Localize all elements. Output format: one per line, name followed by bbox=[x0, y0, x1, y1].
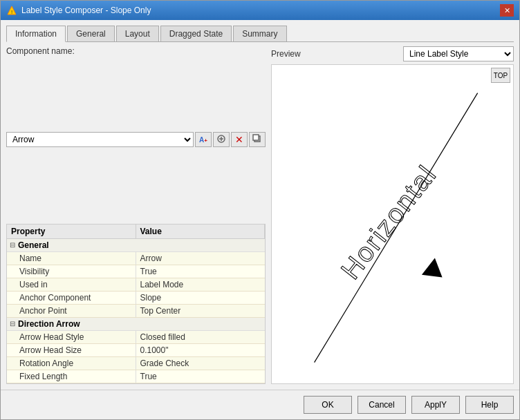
prop-name: Arrow Head Size bbox=[7, 344, 136, 356]
content-area: Information General Layout Dragged State… bbox=[1, 20, 519, 390]
table-row: Arrow Head Size 0.1000" bbox=[7, 344, 265, 357]
table-row: Anchor Component Slope bbox=[7, 292, 265, 305]
group-direction-arrow: ⊟ Direction Arrow Arrow Head Style Close… bbox=[7, 318, 265, 385]
prop-value[interactable]: True bbox=[136, 265, 266, 278]
svg-marker-9 bbox=[422, 258, 449, 286]
table-row: Visibility True bbox=[7, 265, 265, 278]
tab-general[interactable]: General bbox=[67, 26, 115, 41]
table-row: Anchor Point Top Center bbox=[7, 305, 265, 318]
preview-area: TOP Horizontal bbox=[271, 64, 514, 384]
expand-icon: ⊟ bbox=[10, 241, 15, 249]
add-icon: A+ bbox=[199, 136, 207, 144]
expand-icon: ⊟ bbox=[10, 320, 15, 327]
preview-header: Preview Line Label Style bbox=[271, 46, 514, 61]
prop-name: Name bbox=[7, 252, 136, 265]
group-direction-header[interactable]: ⊟ Direction Arrow bbox=[7, 318, 265, 331]
prop-value[interactable]: Top Center bbox=[136, 305, 266, 317]
table-row: Rotation Angle Grade Check bbox=[7, 357, 265, 370]
add-component-button[interactable]: A+ bbox=[195, 132, 212, 147]
prop-name: Anchor Component bbox=[7, 292, 136, 304]
property-table: Property Value ⊟ General Name Arrow bbox=[6, 224, 266, 385]
top-button[interactable]: TOP bbox=[491, 68, 510, 83]
close-button[interactable]: ✕ bbox=[500, 4, 514, 17]
prop-value[interactable]: Closed filled bbox=[136, 331, 266, 343]
bottom-bar: OK Cancel ApplY Help bbox=[1, 390, 519, 419]
title-bar-left: ! Label Style Composer - Slope Only bbox=[6, 5, 151, 16]
group-direction-label: Direction Arrow bbox=[18, 319, 80, 329]
component-name-row: Component name: bbox=[6, 46, 266, 56]
table-row: Length 0.3000" bbox=[7, 383, 265, 385]
component-select-wrap: Arrow A+ ✕ bbox=[6, 60, 266, 220]
prop-value[interactable]: 0.3000" bbox=[136, 383, 266, 385]
tab-bar: Information General Layout Dragged State… bbox=[6, 26, 514, 42]
prop-name: Fixed Length bbox=[7, 370, 136, 383]
main-area: Component name: Arrow A+ bbox=[6, 46, 514, 384]
preview-canvas: Horizontal bbox=[272, 65, 513, 383]
prop-name: Used in bbox=[7, 278, 136, 291]
table-row: Name Arrow bbox=[7, 252, 265, 265]
table-header: Property Value bbox=[7, 225, 265, 239]
main-window: ! Label Style Composer - Slope Only ✕ In… bbox=[0, 0, 520, 420]
tab-summary[interactable]: Summary bbox=[233, 26, 286, 41]
component-select[interactable]: Arrow bbox=[6, 132, 194, 147]
edit-icon bbox=[216, 134, 226, 145]
group-general: ⊟ General Name Arrow Visibility True U bbox=[7, 239, 265, 318]
component-name-label: Component name: bbox=[6, 46, 75, 56]
col-value-header: Value bbox=[136, 225, 266, 238]
table-row: Fixed Length True bbox=[7, 370, 265, 383]
copy-component-button[interactable] bbox=[249, 132, 266, 147]
cancel-button[interactable]: Cancel bbox=[358, 396, 406, 414]
prop-value[interactable]: Arrow bbox=[136, 252, 266, 265]
group-general-label: General bbox=[18, 240, 49, 250]
ok-button[interactable]: OK bbox=[304, 396, 352, 414]
svg-text:!: ! bbox=[11, 9, 12, 15]
prop-name: Rotation Angle bbox=[7, 357, 136, 370]
svg-rect-6 bbox=[253, 135, 259, 140]
app-icon: ! bbox=[6, 5, 17, 16]
copy-icon bbox=[252, 134, 262, 145]
prop-value[interactable]: Grade Check bbox=[136, 357, 266, 370]
svg-text:Horizontal: Horizontal bbox=[335, 160, 443, 285]
col-property-header: Property bbox=[7, 225, 136, 238]
right-panel: Preview Line Label Style TOP Horizontal bbox=[271, 46, 514, 384]
delete-component-button[interactable]: ✕ bbox=[231, 132, 248, 147]
prop-value[interactable]: 0.1000" bbox=[136, 344, 266, 356]
tab-dragged-state[interactable]: Dragged State bbox=[160, 26, 232, 41]
apply-button[interactable]: ApplY bbox=[411, 396, 460, 414]
table-row: Arrow Head Style Closed filled bbox=[7, 331, 265, 344]
delete-icon: ✕ bbox=[235, 134, 243, 145]
edit-component-button[interactable] bbox=[213, 132, 230, 147]
prop-value[interactable]: Label Mode bbox=[136, 278, 266, 291]
title-bar: ! Label Style Composer - Slope Only ✕ bbox=[1, 1, 519, 20]
help-button[interactable]: Help bbox=[465, 396, 514, 414]
preview-label: Preview bbox=[271, 49, 301, 59]
style-select[interactable]: Line Label Style bbox=[403, 46, 514, 61]
toolbar-buttons: A+ ✕ bbox=[195, 132, 266, 147]
group-general-header[interactable]: ⊟ General bbox=[7, 239, 265, 252]
window-title: Label Style Composer - Slope Only bbox=[21, 6, 151, 15]
tab-information[interactable]: Information bbox=[6, 26, 66, 42]
prop-value[interactable]: True bbox=[136, 370, 266, 383]
tab-layout[interactable]: Layout bbox=[116, 26, 159, 41]
prop-name: Length bbox=[7, 383, 136, 385]
prop-name: Visibility bbox=[7, 265, 136, 278]
left-panel: Component name: Arrow A+ bbox=[6, 46, 266, 384]
prop-name: Anchor Point bbox=[7, 305, 136, 317]
prop-value[interactable]: Slope bbox=[136, 292, 266, 304]
prop-name: Arrow Head Style bbox=[7, 331, 136, 343]
table-row: Used in Label Mode bbox=[7, 278, 265, 292]
